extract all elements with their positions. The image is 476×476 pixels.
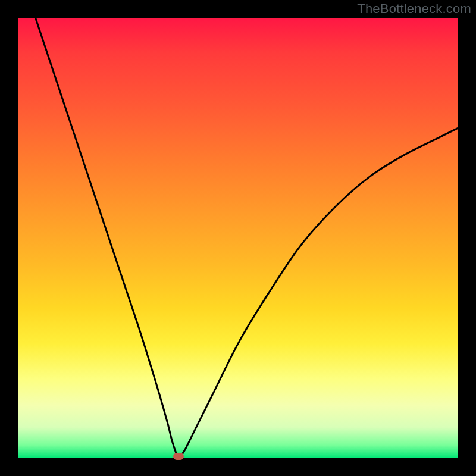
plot-gradient-area [18,18,458,458]
bottleneck-marker [173,453,184,460]
chart-frame: TheBottleneck.com [0,0,476,476]
watermark-text: TheBottleneck.com [357,1,471,17]
